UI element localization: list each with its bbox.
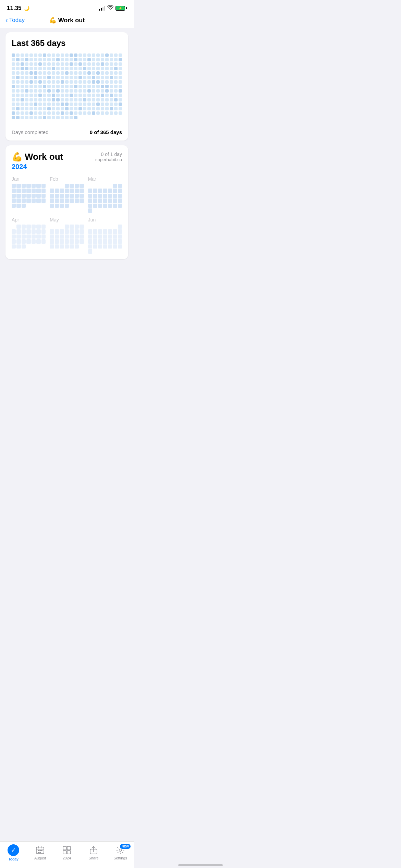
day-cell [34, 103, 37, 106]
day-cell [47, 62, 51, 66]
mini-day [65, 189, 69, 193]
day-cell [52, 111, 55, 115]
mini-day [88, 189, 92, 193]
day-cell [119, 85, 122, 88]
mini-day [80, 194, 84, 198]
day-cell [70, 94, 73, 97]
mini-day [32, 229, 36, 233]
day-cell [47, 85, 51, 88]
day-cell [65, 76, 69, 79]
mini-day [36, 229, 40, 233]
day-cell [29, 76, 33, 79]
day-cell [43, 89, 46, 93]
day-cell [25, 76, 28, 79]
day-cell [29, 53, 33, 57]
mini-day [113, 184, 117, 188]
day-cell [96, 80, 100, 84]
mini-day [55, 198, 59, 203]
mini-day [98, 229, 102, 233]
day-cell [78, 107, 82, 110]
day-cell [65, 94, 69, 97]
mini-day [12, 189, 16, 193]
mini-day [70, 194, 74, 198]
day-cell [38, 80, 42, 84]
mini-day-empty [55, 225, 59, 229]
day-cell [101, 94, 104, 97]
day-cell [114, 62, 118, 66]
day-cell [83, 58, 86, 61]
day-cell [16, 85, 20, 88]
day-cell [70, 89, 73, 93]
day-cell [43, 67, 46, 70]
day-cell [74, 107, 77, 110]
day-cell [43, 76, 46, 79]
day-cell [52, 53, 55, 57]
card-365-title: Last 365 days [12, 38, 122, 48]
mini-day [50, 198, 54, 203]
mini-day [26, 198, 31, 203]
mini-day [108, 189, 112, 193]
mini-day [16, 229, 21, 233]
day-cell [61, 107, 64, 110]
day-cell [47, 53, 51, 57]
mini-day [36, 194, 40, 198]
month-name: May [50, 217, 84, 222]
day-cell [12, 103, 15, 106]
mini-day [80, 234, 84, 239]
mini-day [98, 239, 102, 243]
mini-day [88, 239, 92, 243]
mini-day [32, 234, 36, 239]
mini-day [75, 244, 79, 249]
day-cell [114, 53, 118, 57]
share-card-habit-name: 💪 Work out [12, 152, 63, 162]
day-cell [61, 89, 64, 93]
mini-day [80, 184, 84, 188]
mini-day [60, 239, 64, 243]
day-cell [16, 116, 20, 119]
day-cell [96, 89, 100, 93]
day-cell [34, 111, 37, 115]
day-cell [70, 53, 73, 57]
day-cell [12, 53, 15, 57]
mini-day-empty [12, 225, 16, 229]
day-cell [87, 53, 91, 57]
mini-day [75, 194, 79, 198]
signal-bars [99, 6, 105, 11]
day-cell [47, 98, 51, 101]
mini-day [26, 194, 31, 198]
day-cell [56, 116, 60, 119]
day-cell [25, 71, 28, 75]
months-second-row: AprMayJun [12, 217, 122, 254]
day-cell [87, 103, 91, 106]
day-cell [70, 62, 73, 66]
mini-day [12, 239, 16, 243]
day-cell [119, 94, 122, 97]
day-cell [87, 62, 91, 66]
mini-month-grid [12, 225, 46, 249]
back-button[interactable]: ‹ Today [5, 16, 25, 24]
mini-day [50, 204, 54, 208]
mini-day [108, 234, 112, 239]
mini-day [75, 198, 79, 203]
mini-day [60, 204, 64, 208]
mini-day [108, 204, 112, 208]
mini-day [70, 189, 74, 193]
day-cell [29, 111, 33, 115]
day-cell [34, 94, 37, 97]
mini-day [88, 249, 92, 253]
mini-day [113, 189, 117, 193]
mini-day [65, 225, 69, 229]
mini-day-empty [98, 225, 102, 229]
day-cell [21, 94, 24, 97]
day-cell [96, 94, 100, 97]
mini-day [36, 239, 40, 243]
mini-day [32, 194, 36, 198]
day-cell [83, 98, 86, 101]
day-cell [52, 62, 55, 66]
mini-day-empty [103, 225, 107, 229]
day-cell [47, 80, 51, 84]
mini-day-empty [50, 184, 54, 188]
day-cell [43, 94, 46, 97]
mini-day [70, 184, 74, 188]
day-cell [56, 58, 60, 61]
